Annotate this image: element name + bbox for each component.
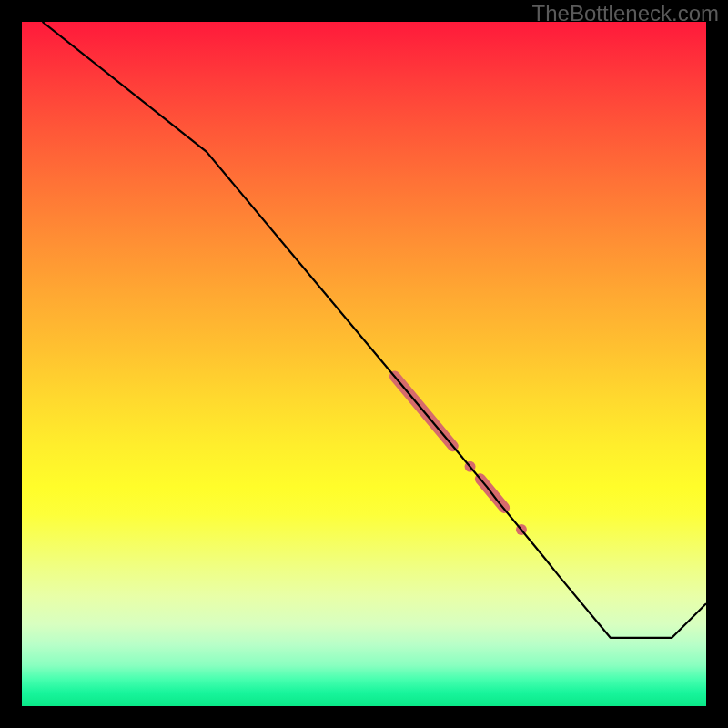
- curve-layer: [43, 22, 706, 638]
- chart-svg: [22, 22, 706, 706]
- data-curve: [43, 22, 706, 638]
- watermark-text: TheBottleneck.com: [532, 1, 719, 26]
- plot-area: [22, 22, 706, 706]
